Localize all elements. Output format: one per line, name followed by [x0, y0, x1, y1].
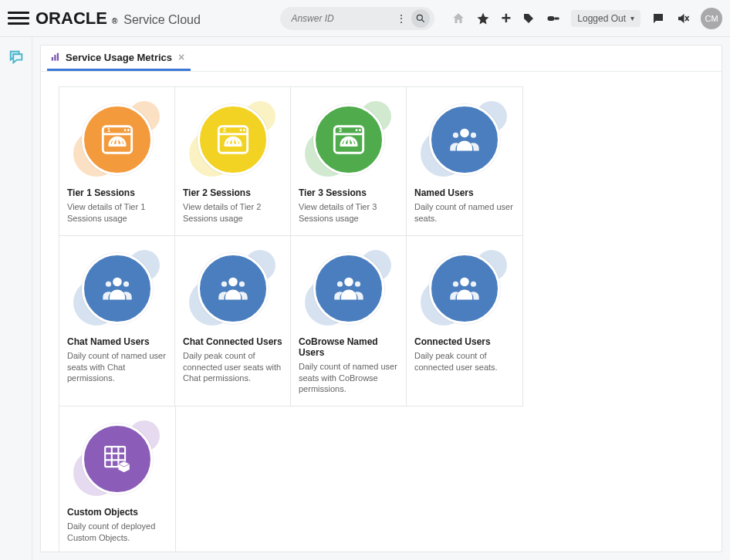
svg-point-41: [355, 281, 360, 286]
card-description: Daily peak count of connected user seats…: [183, 350, 283, 385]
bar-chart-icon: [50, 52, 61, 62]
tag-icon[interactable]: [522, 12, 536, 25]
card-icon-wrap: 1: [67, 96, 167, 183]
svg-point-31: [453, 133, 458, 138]
people-icon: [198, 253, 269, 324]
card-description: View details of Tier 2 Sessions usage: [183, 201, 283, 224]
card-icon-wrap: [299, 245, 399, 332]
card-title: CoBrowse Named Users: [299, 336, 399, 358]
card-icon-wrap: [67, 245, 167, 332]
brand-reg: ®: [112, 17, 117, 25]
svg-point-18: [240, 129, 242, 131]
svg-point-32: [471, 133, 476, 138]
svg-point-42: [460, 277, 469, 286]
search-input[interactable]: [291, 13, 391, 24]
browser-icon: 2: [198, 104, 269, 175]
chat-icon[interactable]: [651, 12, 665, 25]
svg-point-12: [127, 129, 130, 131]
people-icon: [82, 253, 153, 324]
card-description: Daily count of named user seats with Cha…: [67, 350, 167, 385]
card-icon-wrap: [414, 245, 515, 332]
card-title: Tier 2 Sessions: [183, 187, 251, 198]
svg-point-26: [359, 129, 361, 131]
user-avatar[interactable]: CM: [701, 8, 722, 29]
svg-point-40: [337, 281, 343, 286]
app-shell: Service Usage Metrics × 1 Tier 1 Session…: [0, 37, 730, 560]
metric-card[interactable]: CoBrowse Named UsersDaily count of named…: [290, 235, 407, 407]
search-bar: ⋮: [280, 7, 434, 30]
header-icons: + Logged Out ▾ CM: [451, 8, 722, 29]
svg-point-25: [356, 129, 358, 131]
browser-icon: 3: [313, 104, 384, 175]
svg-point-37: [221, 281, 227, 286]
people-icon: [429, 253, 500, 324]
svg-point-38: [239, 281, 245, 286]
svg-point-11: [124, 129, 127, 131]
tab-service-usage-metrics[interactable]: Service Usage Metrics ×: [47, 46, 191, 71]
brand: ORACLE® Service Cloud: [35, 8, 201, 29]
card-description: Daily peak count of connected user seats…: [414, 350, 515, 373]
card-title: Chat Connected Users: [183, 336, 282, 347]
svg-text:1: 1: [107, 127, 110, 133]
brand-subtitle: Service Cloud: [123, 13, 201, 27]
metric-card[interactable]: Custom ObjectsDaily count of deployed Cu…: [59, 406, 176, 552]
metric-card[interactable]: 2 Tier 2 SessionsView details of Tier 2 …: [174, 86, 292, 236]
card-description: Daily count of deployed Custom Objects.: [67, 521, 167, 544]
svg-point-44: [471, 281, 476, 286]
svg-rect-2: [548, 16, 555, 21]
card-icon-wrap: [183, 245, 283, 332]
brand-name: ORACLE: [35, 8, 107, 29]
svg-point-35: [123, 281, 129, 286]
svg-text:3: 3: [339, 127, 342, 133]
metric-card[interactable]: 3 Tier 3 SessionsView details of Tier 3 …: [290, 86, 407, 236]
metric-card[interactable]: Chat Connected UsersDaily peak count of …: [174, 235, 292, 407]
metric-card[interactable]: Chat Named UsersDaily count of named use…: [59, 235, 176, 407]
card-description: View details of Tier 3 Sessions usage: [299, 201, 399, 224]
login-status-dropdown[interactable]: Logged Out ▾: [571, 10, 640, 27]
tab-row: Service Usage Metrics ×: [41, 46, 722, 72]
metric-card[interactable]: 1 Tier 1 SessionsView details of Tier 1 …: [59, 86, 176, 236]
browser-icon: 1: [82, 104, 153, 175]
svg-rect-8: [57, 53, 59, 61]
svg-text:2: 2: [223, 127, 226, 133]
tab-label: Service Usage Metrics: [66, 52, 172, 63]
card-icon-wrap: 3: [299, 96, 399, 183]
svg-rect-7: [54, 55, 56, 61]
search-options-icon[interactable]: ⋮: [396, 12, 407, 25]
svg-point-43: [453, 281, 458, 286]
top-bar: ORACLE® Service Cloud ⋮ + Logged Out ▾: [0, 0, 730, 37]
chevron-down-icon: ▾: [630, 14, 634, 22]
svg-point-39: [344, 277, 353, 286]
mute-icon[interactable]: [676, 12, 690, 25]
menu-button[interactable]: [8, 8, 29, 29]
metric-cards-grid: 1 Tier 1 SessionsView details of Tier 1 …: [59, 87, 703, 552]
metric-card[interactable]: Connected UsersDaily peak count of conne…: [406, 235, 523, 407]
svg-point-34: [106, 281, 111, 286]
card-description: Daily count of named user seats with CoB…: [299, 361, 399, 396]
card-description: Daily count of named user seats.: [414, 201, 515, 224]
card-description: View details of Tier 1 Sessions usage: [67, 201, 167, 224]
main-panel: Service Usage Metrics × 1 Tier 1 Session…: [40, 45, 722, 552]
svg-point-0: [417, 15, 423, 20]
search-submit-button[interactable]: [411, 9, 430, 28]
card-icon-wrap: [67, 416, 167, 502]
card-title: Connected Users: [414, 336, 491, 347]
objects-icon: [82, 423, 153, 494]
svg-point-30: [460, 129, 469, 138]
svg-point-33: [113, 277, 122, 286]
card-title: Named Users: [414, 187, 474, 198]
content-area: 1 Tier 1 SessionsView details of Tier 1 …: [41, 72, 722, 552]
left-rail: [0, 37, 32, 560]
svg-rect-6: [52, 57, 53, 61]
card-icon-wrap: 2: [183, 96, 283, 183]
metric-card[interactable]: Named UsersDaily count of named user sea…: [406, 86, 523, 236]
plus-icon[interactable]: +: [501, 8, 511, 29]
home-icon[interactable]: [451, 12, 465, 25]
close-icon[interactable]: ×: [178, 51, 184, 63]
chat-bubble-icon[interactable]: [8, 48, 25, 65]
login-status-label: Logged Out: [577, 13, 626, 24]
key-icon[interactable]: [546, 12, 560, 25]
star-icon[interactable]: [476, 12, 490, 25]
svg-rect-3: [555, 17, 559, 19]
people-icon: [313, 253, 384, 324]
